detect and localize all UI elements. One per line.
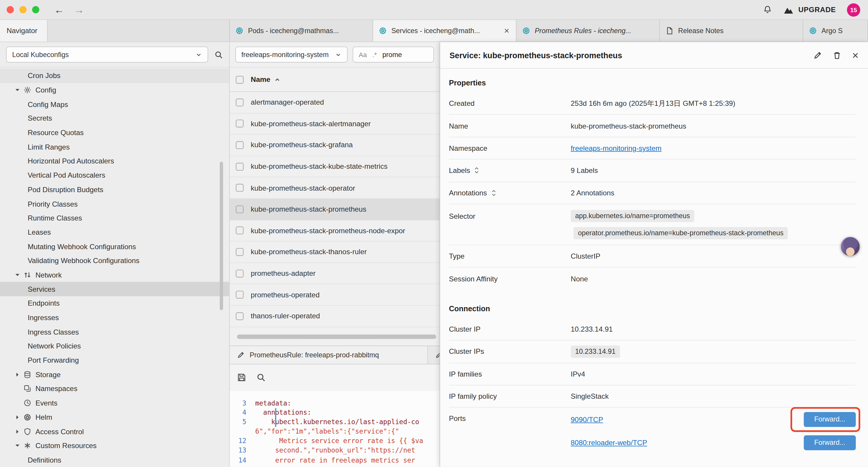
sidebar-item-horizontal-pod-autoscalers[interactable]: Horizontal Pod Autoscalers: [0, 154, 229, 168]
sidebar-item-runtime-classes[interactable]: Runtime Classes: [0, 211, 229, 225]
chevron-down-icon[interactable]: [13, 442, 22, 450]
sidebar-item-cron-jobs[interactable]: Cron Jobs: [0, 68, 229, 83]
expand-toggle-icon[interactable]: [491, 188, 496, 197]
service-row-kube-prometheus-stack-kube-state-metrics[interactable]: kube-prometheus-stack-kube-state-metrics: [230, 156, 440, 177]
tab-services-icecheng-math[interactable]: Services - icecheng@math...×: [373, 20, 517, 41]
detail-title: Service: kube-prometheus-stack-prometheu…: [450, 51, 622, 59]
save-icon[interactable]: [237, 373, 246, 382]
service-row-kube-prometheus-stack-thanos-ruler[interactable]: kube-prometheus-stack-thanos-ruler: [230, 241, 440, 263]
maximize-window-button[interactable]: [32, 6, 39, 13]
tab-pods-icecheng-mathmas[interactable]: Pods - icecheng@mathmas...: [230, 20, 373, 41]
service-row-kube-prometheus-stack-prometheus[interactable]: kube-prometheus-stack-prometheus: [230, 199, 440, 220]
close-window-button[interactable]: [6, 6, 13, 13]
chevron-down-icon[interactable]: [13, 271, 22, 279]
service-row-alertmanager-operated[interactable]: alertmanager-operated: [230, 92, 440, 113]
tab-argo-s[interactable]: Argo S: [803, 20, 868, 41]
namespace-link[interactable]: freeleaps-monitoring-system: [571, 144, 661, 152]
horizontal-scrollbar[interactable]: [237, 334, 436, 339]
close-icon[interactable]: ×: [852, 50, 859, 61]
service-row-prometheus-adapter[interactable]: prometheus-adapter: [230, 263, 440, 284]
tab-prometheus-rules-icecheng[interactable]: Prometheus Rules - icecheng...: [517, 20, 660, 41]
match-case-toggle[interactable]: Aa: [359, 51, 367, 58]
forward-button-9090[interactable]: Forward...: [804, 412, 856, 427]
sidebar-item-config[interactable]: Config: [0, 83, 229, 97]
sidebar-item-ingress-classes[interactable]: Ingress Classes: [0, 325, 229, 339]
notification-count-badge[interactable]: 15: [847, 3, 860, 16]
editor-search-icon[interactable]: [256, 373, 266, 382]
chevron-right-icon[interactable]: [13, 428, 22, 436]
row-checkbox[interactable]: [236, 227, 243, 234]
select-all-checkbox[interactable]: [236, 76, 243, 83]
kubeconfig-select[interactable]: Local Kubeconfigs: [6, 47, 208, 62]
sidebar-scrollbar[interactable]: [220, 162, 223, 310]
delete-trash-icon[interactable]: [833, 51, 842, 59]
sidebar-item-limit-ranges[interactable]: Limit Ranges: [0, 140, 229, 154]
sidebar-item-definitions[interactable]: Definitions: [0, 453, 229, 467]
chevron-down-icon[interactable]: [13, 86, 22, 94]
sidebar-item-mutating-webhook-configurations[interactable]: Mutating Webhook Configurations: [0, 239, 229, 254]
service-row-thanos-ruler-operated[interactable]: thanos-ruler-operated: [230, 305, 440, 327]
service-row-kube-prometheus-stack-alertmanager[interactable]: kube-prometheus-stack-alertmanager: [230, 113, 440, 135]
sidebar-item-services[interactable]: Services: [0, 282, 229, 296]
row-checkbox[interactable]: [236, 269, 243, 277]
name-column-header[interactable]: Name: [251, 76, 281, 84]
sidebar-item-ingresses[interactable]: Ingresses: [0, 311, 229, 325]
service-row-kube-prometheus-stack-prometheus-node-expor[interactable]: kube-prometheus-stack-prometheus-node-ex…: [230, 220, 440, 241]
sidebar-search-icon[interactable]: [214, 50, 223, 59]
service-row-kube-prometheus-stack-operator[interactable]: kube-prometheus-stack-operator: [230, 177, 440, 199]
labels-count: 9 Labels: [571, 167, 598, 175]
sidebar-item-network[interactable]: Network: [0, 268, 229, 282]
port-link-8080[interactable]: 8080:reloader-web/TCP: [571, 439, 647, 447]
expand-toggle-icon[interactable]: [474, 167, 479, 175]
user-avatar[interactable]: [841, 237, 860, 256]
sidebar-item-validating-webhook-configurations[interactable]: Validating Webhook Configurations: [0, 254, 229, 268]
row-checkbox[interactable]: [236, 291, 243, 298]
port-link-9090[interactable]: 9090/TCP: [571, 415, 603, 424]
yaml-editor[interactable]: 3metadata:4 annotations:5 kubectl.kubern…: [230, 391, 440, 467]
row-checkbox[interactable]: [236, 205, 243, 213]
regex-toggle[interactable]: .*: [372, 51, 377, 58]
document-icon: [665, 27, 674, 35]
sidebar-item-priority-classes[interactable]: Priority Classes: [0, 197, 229, 211]
sidebar-item-pod-disruption-budgets[interactable]: Pod Disruption Budgets: [0, 182, 229, 197]
editor-tab-partial[interactable]: [428, 346, 439, 363]
row-checkbox[interactable]: [236, 312, 243, 320]
row-checkbox[interactable]: [236, 184, 243, 192]
sidebar-item-storage[interactable]: Storage: [0, 368, 229, 382]
sidebar-item-secrets[interactable]: Secrets: [0, 111, 229, 126]
chevron-right-icon[interactable]: [13, 413, 22, 421]
sidebar-item-vertical-pod-autoscalers[interactable]: Vertical Pod Autoscalers: [0, 168, 229, 182]
sidebar-item-resource-quotas[interactable]: Resource Quotas: [0, 126, 229, 140]
row-checkbox[interactable]: [236, 248, 243, 256]
sidebar-item-namespaces[interactable]: Namespaces: [0, 382, 229, 396]
row-checkbox[interactable]: [236, 163, 243, 170]
tab-close-icon[interactable]: ×: [503, 26, 510, 35]
minimize-window-button[interactable]: [20, 6, 27, 13]
sidebar-item-leases[interactable]: Leases: [0, 225, 229, 239]
chevron-right-icon[interactable]: [13, 370, 22, 379]
sidebar-item-endpoints[interactable]: Endpoints: [0, 296, 229, 310]
service-row-prometheus-operated[interactable]: prometheus-operated: [230, 284, 440, 305]
navigator-tab[interactable]: Navigator: [0, 20, 48, 41]
sidebar-item-config-maps[interactable]: Config Maps: [0, 97, 229, 111]
forward-button-8080[interactable]: Forward...: [804, 435, 856, 450]
sidebar-item-events[interactable]: Events: [0, 396, 229, 410]
back-button[interactable]: ←: [49, 5, 69, 15]
row-checkbox[interactable]: [236, 98, 243, 106]
service-row-kube-prometheus-stack-grafana[interactable]: kube-prometheus-stack-grafana: [230, 135, 440, 156]
forward-button[interactable]: →: [69, 5, 89, 15]
row-checkbox[interactable]: [236, 141, 243, 149]
row-checkbox[interactable]: [236, 120, 243, 127]
namespace-select[interactable]: freeleaps-monitoring-system: [235, 47, 347, 62]
sidebar-item-helm[interactable]: Helm: [0, 410, 229, 424]
notifications-bell-icon[interactable]: [763, 5, 772, 14]
search-input[interactable]: Aa .* prome: [353, 47, 434, 62]
tab-release-notes[interactable]: Release Notes: [660, 20, 803, 41]
sidebar-item-custom-resources[interactable]: Custom Resources: [0, 439, 229, 453]
edit-pencil-icon[interactable]: [813, 51, 822, 59]
upgrade-button[interactable]: UPGRADE: [783, 5, 836, 14]
editor-tab-prometheusrule[interactable]: PrometheusRule: freeleaps-prod-rabbitmq: [230, 346, 428, 363]
sidebar-item-network-policies[interactable]: Network Policies: [0, 339, 229, 353]
sidebar-item-port-forwarding[interactable]: Port Forwarding: [0, 353, 229, 368]
sidebar-item-access-control[interactable]: Access Control: [0, 425, 229, 439]
